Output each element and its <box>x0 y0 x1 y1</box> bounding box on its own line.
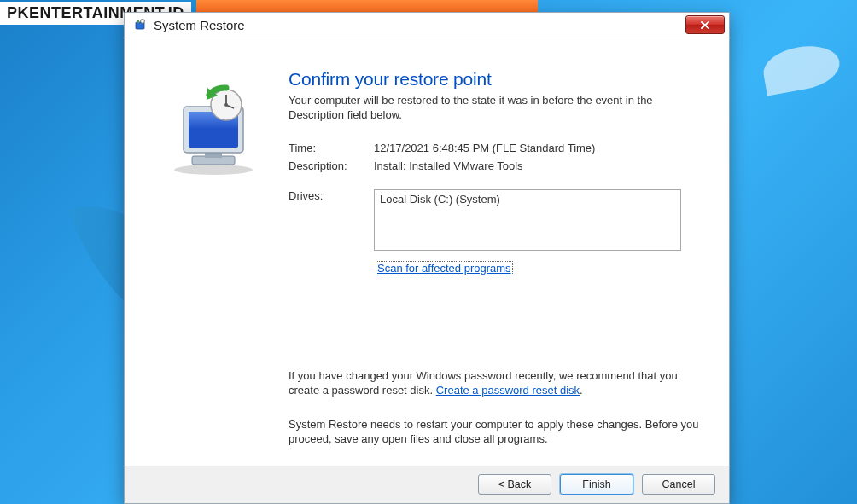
titlebar: System Restore <box>125 13 729 38</box>
scan-affected-link[interactable]: Scan for affected programs <box>376 261 513 275</box>
drive-item[interactable]: Local Disk (C:) (System) <box>380 193 675 206</box>
svg-point-2 <box>141 20 145 24</box>
scan-link-wrap: Scan for affected programs <box>374 259 705 276</box>
create-reset-disk-link[interactable]: Create a password reset disk <box>436 384 580 397</box>
content-area: Confirm your restore point Your computer… <box>125 38 729 466</box>
time-label: Time: <box>289 142 374 154</box>
drives-row: Drives: Local Disk (C:) (System) <box>289 189 705 251</box>
drives-listbox[interactable]: Local Disk (C:) (System) <box>374 189 681 251</box>
description-label: Description: <box>289 159 374 172</box>
main-column: Confirm your restore point Your computer… <box>282 69 705 466</box>
button-bar: < Back Finish Cancel <box>125 466 729 503</box>
password-info-tail: . <box>580 384 583 397</box>
svg-rect-1 <box>137 20 139 23</box>
drives-label: Drives: <box>289 189 374 251</box>
description-value: Install: Installed VMware Tools <box>374 159 705 172</box>
description-row: Description: Install: Installed VMware T… <box>289 159 705 172</box>
finish-button[interactable]: Finish <box>560 474 633 495</box>
svg-point-3 <box>174 165 253 175</box>
page-heading: Confirm your restore point <box>289 69 705 90</box>
time-row: Time: 12/17/2021 6:48:45 PM (FLE Standar… <box>289 142 705 154</box>
password-info: If you have changed your Windows passwor… <box>289 368 705 398</box>
back-button[interactable]: < Back <box>478 474 551 495</box>
cancel-button[interactable]: Cancel <box>642 474 715 495</box>
window-title: System Restore <box>154 18 685 32</box>
time-value: 12/17/2021 6:48:45 PM (FLE Standard Time… <box>374 142 705 154</box>
system-restore-window: System Restore <box>124 12 730 504</box>
info-block: If you have changed your Windows passwor… <box>289 368 705 447</box>
restart-info: System Restore needs to restart your com… <box>289 417 705 447</box>
bg-decor-butterfly <box>760 41 842 96</box>
page-subheading: Your computer will be restored to the st… <box>289 93 705 123</box>
close-button[interactable] <box>685 15 725 34</box>
close-icon <box>700 20 710 30</box>
system-restore-icon <box>166 83 260 177</box>
app-icon <box>133 18 147 32</box>
icon-column <box>145 69 282 466</box>
